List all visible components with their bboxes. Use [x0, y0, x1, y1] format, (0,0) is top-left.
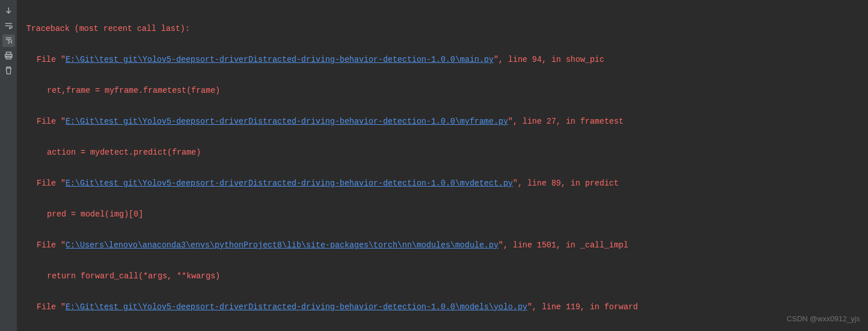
file-suffix: ", line 94, in show_pic: [494, 55, 604, 64]
traceback-code: pred = model(img)[0]: [26, 207, 859, 222]
file-prefix: File ": [37, 117, 65, 126]
scroll-down-icon[interactable]: [2, 5, 15, 17]
file-suffix: ", line 27, in frametest: [508, 117, 624, 126]
traceback-code: action = mydetect.predict(frame): [26, 145, 859, 160]
file-prefix: File ": [37, 302, 65, 312]
traceback-frame: File "E:\Git\test_git\Yolov5-deepsort-dr…: [26, 300, 859, 315]
file-suffix: ", line 119, in forward: [527, 302, 638, 312]
file-suffix: ", line 89, in predict: [513, 179, 619, 188]
soft-wrap-icon[interactable]: [2, 19, 15, 32]
file-suffix: ", line 1501, in _call_impl: [499, 241, 629, 250]
traceback-code: ret,frame = myframe.frametest(frame): [26, 83, 859, 98]
traceback-frame: File "E:\Git\test_git\Yolov5-deepsort-dr…: [26, 114, 859, 129]
file-path-link[interactable]: E:\Git\test_git\Yolov5-deepsort-driverDi…: [65, 117, 508, 126]
file-path-link[interactable]: E:\Git\test_git\Yolov5-deepsort-driverDi…: [65, 179, 512, 188]
console-sidebar: [0, 0, 17, 331]
file-path-link[interactable]: E:\Git\test_git\Yolov5-deepsort-driverDi…: [65, 55, 494, 64]
watermark: CSDN @wxx0912_yjs: [787, 311, 860, 326]
traceback-code: return forward_call(*args, **kwargs): [26, 269, 859, 284]
file-prefix: File ": [37, 241, 65, 250]
print-icon[interactable]: [2, 49, 15, 62]
file-prefix: File ": [37, 55, 65, 64]
traceback-frame: File "E:\Git\test_git\Yolov5-deepsort-dr…: [26, 176, 859, 191]
file-path-link[interactable]: C:\Users\lenovo\anaconda3\envs\pythonPro…: [65, 241, 498, 250]
file-prefix: File ": [37, 179, 65, 188]
scroll-to-end-icon[interactable]: [2, 34, 15, 47]
traceback-frame: File "C:\Users\lenovo\anaconda3\envs\pyt…: [26, 238, 859, 253]
console-output: Traceback (most recent call last): File …: [17, 0, 868, 331]
traceback-header: Traceback (most recent call last):: [26, 21, 859, 37]
trash-icon[interactable]: [2, 64, 15, 77]
file-path-link[interactable]: E:\Git\test_git\Yolov5-deepsort-driverDi…: [65, 302, 527, 312]
traceback-frame: File "E:\Git\test_git\Yolov5-deepsort-dr…: [26, 52, 859, 68]
